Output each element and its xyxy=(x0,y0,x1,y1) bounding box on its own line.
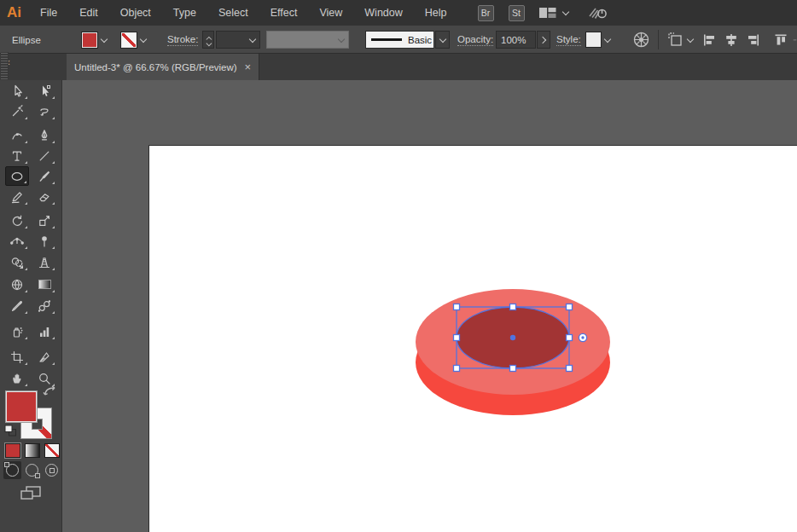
app-logo: Ai xyxy=(0,4,29,21)
brush-name: Basic xyxy=(408,35,432,45)
hand-tool[interactable] xyxy=(5,368,29,388)
opacity-value: 100% xyxy=(501,35,526,45)
eraser-tool[interactable] xyxy=(32,187,56,206)
line-segment-tool[interactable] xyxy=(32,146,56,165)
stroke-color-chevron-icon[interactable] xyxy=(140,37,147,43)
select-similar-icon[interactable] xyxy=(666,31,685,49)
default-fill-stroke-icon[interactable] xyxy=(4,425,17,437)
selection-handle-se[interactable] xyxy=(567,366,573,372)
selection-handle-n[interactable] xyxy=(510,304,516,310)
menu-type[interactable]: Type xyxy=(162,0,207,26)
selection-handle-sw[interactable] xyxy=(454,366,460,372)
opacity-expand-button[interactable] xyxy=(537,31,550,49)
tools-panel xyxy=(0,68,62,532)
stock-button[interactable]: St xyxy=(509,5,525,21)
select-similar-chevron-icon[interactable] xyxy=(687,37,694,43)
eyedropper-tool[interactable] xyxy=(5,296,29,315)
width-tool[interactable] xyxy=(5,231,29,251)
mesh-tool[interactable] xyxy=(5,275,29,294)
draw-inside-button[interactable] xyxy=(43,461,61,479)
control-bar: Ellipse Stroke: Basic Opacity: 100% Styl… xyxy=(0,26,797,54)
draw-behind-button[interactable] xyxy=(23,461,41,479)
fill-color-swatch[interactable] xyxy=(81,32,98,49)
none-mode-button[interactable] xyxy=(44,443,60,458)
bridge-button[interactable]: Br xyxy=(478,5,494,21)
style-swatch[interactable] xyxy=(585,32,602,48)
menu-file[interactable]: File xyxy=(29,0,68,26)
paintbrush-tool[interactable] xyxy=(32,166,56,186)
screen-mode-button[interactable] xyxy=(19,484,43,503)
pen-tool[interactable] xyxy=(32,125,56,145)
menu-view[interactable]: View xyxy=(308,0,353,26)
gradient-mode-button[interactable] xyxy=(25,443,40,458)
align-center-icon[interactable] xyxy=(724,32,739,49)
document-tab-bar: « Untitled-3* @ 66.67% (RGB/Preview) × xyxy=(0,54,797,80)
menu-select[interactable]: Select xyxy=(207,0,259,26)
type-tool[interactable] xyxy=(5,146,29,165)
style-chevron-icon[interactable] xyxy=(604,37,611,43)
menu-window[interactable]: Window xyxy=(353,0,413,26)
draw-normal-button[interactable] xyxy=(3,461,21,479)
align-left-icon[interactable] xyxy=(701,32,717,49)
rotate-tool[interactable] xyxy=(5,211,29,230)
stroke-weight-stepper[interactable] xyxy=(202,31,214,49)
scale-tool[interactable] xyxy=(32,211,56,230)
menu-help[interactable]: Help xyxy=(414,0,458,26)
width-profile-combo[interactable] xyxy=(266,31,349,49)
brush-combo-chevron[interactable] xyxy=(435,31,450,49)
canvas-area xyxy=(62,80,797,532)
lasso-tool[interactable] xyxy=(32,101,56,121)
brush-stroke-preview xyxy=(371,38,402,40)
curvature-tool[interactable] xyxy=(5,125,29,145)
column-graph-tool[interactable] xyxy=(32,321,56,341)
stroke-color-swatch[interactable] xyxy=(120,32,137,49)
slice-tool[interactable] xyxy=(32,347,56,367)
selection-handle-e[interactable] xyxy=(567,335,573,341)
shaper-tool[interactable] xyxy=(5,187,29,206)
opacity-field[interactable]: 100% xyxy=(496,31,536,49)
tab-close-icon[interactable]: × xyxy=(244,61,251,73)
magic-wand-tool[interactable] xyxy=(5,101,29,121)
document-tab[interactable]: Untitled-3* @ 66.67% (RGB/Preview) × xyxy=(67,54,259,80)
illustrator-window: { "app": { "logo": "Ai" }, "menu": { "it… xyxy=(0,0,797,532)
ellipse-tool[interactable] xyxy=(5,166,29,186)
gpu-performance-icon[interactable] xyxy=(588,5,608,20)
selection-handle-w[interactable] xyxy=(454,335,460,341)
stroke-weight-combo[interactable] xyxy=(216,31,260,49)
opacity-panel-link[interactable]: Opacity: xyxy=(457,34,493,46)
active-tool-label: Ellipse xyxy=(12,35,41,45)
control-bar-grip[interactable] xyxy=(1,52,9,79)
vertical-align-top-icon[interactable] xyxy=(773,32,788,49)
vertical-align-center-icon[interactable] xyxy=(793,32,797,49)
stroke-panel-link[interactable]: Stroke: xyxy=(167,34,198,46)
fill-color-chevron-icon[interactable] xyxy=(101,37,108,43)
artboard-tool[interactable] xyxy=(5,347,29,367)
selection-handle-ne[interactable] xyxy=(567,304,573,310)
puppet-warp-tool[interactable] xyxy=(32,231,56,251)
workspace-switcher-icon[interactable] xyxy=(538,6,557,20)
document-tab-title: Untitled-3* @ 66.67% (RGB/Preview) xyxy=(74,62,239,72)
selection-tool[interactable] xyxy=(5,81,29,101)
selection-center-point[interactable] xyxy=(510,335,515,340)
recolor-artwork-icon[interactable] xyxy=(632,31,650,49)
blend-tool[interactable] xyxy=(32,296,56,315)
direct-selection-tool[interactable] xyxy=(32,81,56,101)
selection-handle-s[interactable] xyxy=(510,366,516,372)
align-right-icon[interactable] xyxy=(746,32,761,49)
workspace-chevron-icon[interactable] xyxy=(562,9,569,16)
control-bar-divider xyxy=(658,30,659,49)
menu-edit[interactable]: Edit xyxy=(68,0,109,26)
shape-builder-tool[interactable] xyxy=(5,252,29,272)
fill-proxy-swatch[interactable] xyxy=(5,390,38,423)
color-mode-button[interactable] xyxy=(5,443,20,458)
symbol-sprayer-tool[interactable] xyxy=(5,321,29,341)
brush-definition-combo[interactable]: Basic xyxy=(365,31,434,49)
gradient-tool[interactable] xyxy=(32,275,56,294)
menu-object[interactable]: Object xyxy=(109,0,162,26)
style-panel-link[interactable]: Style: xyxy=(556,34,581,46)
perspective-grid-tool[interactable] xyxy=(32,252,56,272)
menu-effect[interactable]: Effect xyxy=(259,0,309,26)
selection-handle-nw[interactable] xyxy=(454,304,460,310)
swap-fill-stroke-icon[interactable] xyxy=(43,385,58,397)
live-shape-widget-dot xyxy=(581,336,584,338)
